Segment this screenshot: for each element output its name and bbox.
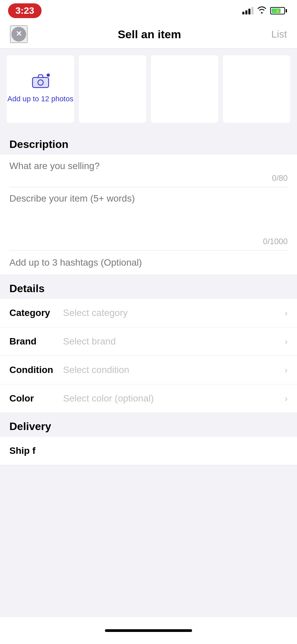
add-photo-button[interactable]: Add up to 12 photos — [7, 55, 74, 123]
page-title: Sell an item — [118, 28, 181, 41]
photo-cell-4[interactable] — [223, 55, 290, 123]
condition-value: Select condition — [63, 365, 285, 375]
category-value: Select category — [63, 308, 285, 318]
title-form-section: 0/80 0/1000 — [0, 155, 297, 275]
photo-cell-3[interactable] — [151, 55, 218, 123]
delivery-section-header: Delivery — [0, 413, 297, 437]
description-label: Description — [9, 138, 68, 150]
svg-rect-0 — [33, 77, 49, 88]
status-bar: 3:23 ⚡ — [0, 0, 297, 20]
home-indicator — [105, 629, 192, 632]
color-chevron-icon: › — [285, 393, 288, 404]
details-label: Details — [9, 282, 45, 294]
signal-icon — [242, 7, 253, 14]
close-icon: ✕ — [16, 30, 22, 38]
title-field-wrap — [0, 155, 297, 171]
close-button[interactable]: ✕ — [10, 25, 27, 43]
nav-bar: ✕ Sell an item List — [0, 20, 297, 49]
add-photo-label: Add up to 12 photos — [7, 94, 73, 104]
condition-row[interactable]: Condition Select condition › — [0, 356, 297, 384]
body-input[interactable] — [9, 193, 288, 233]
color-value: Select color (optional) — [63, 393, 285, 404]
hashtag-input[interactable] — [9, 257, 288, 268]
photo-grid: Add up to 12 photos — [7, 55, 290, 123]
bottom-bar — [0, 617, 297, 644]
body-field-wrap — [0, 187, 297, 235]
body-char-count: 0/1000 — [0, 235, 297, 246]
condition-chevron-icon: › — [285, 365, 288, 375]
color-row[interactable]: Color Select color (optional) › — [0, 384, 297, 413]
photo-cell-2[interactable] — [79, 55, 146, 123]
wifi-icon — [257, 6, 267, 15]
brand-chevron-icon: › — [285, 336, 288, 347]
category-label: Category — [9, 308, 63, 318]
title-input[interactable] — [9, 161, 288, 171]
status-time: 3:23 — [8, 3, 42, 18]
status-icons: ⚡ — [242, 6, 287, 15]
condition-label: Condition — [9, 365, 63, 375]
details-rows: Category Select category › Brand Select … — [0, 299, 297, 413]
category-row[interactable]: Category Select category › — [0, 299, 297, 327]
list-button[interactable]: List — [271, 29, 287, 40]
details-section-header: Details — [0, 275, 297, 299]
description-section-header: Description — [0, 131, 297, 155]
camera-icon — [32, 74, 49, 90]
battery-icon: ⚡ — [270, 7, 287, 14]
ship-row[interactable]: Ship f — [0, 437, 297, 465]
photo-section: Add up to 12 photos — [0, 49, 297, 131]
brand-value: Select brand — [63, 336, 285, 347]
hashtag-field-wrap — [0, 251, 297, 275]
ship-label: Ship f — [9, 445, 36, 456]
brand-row[interactable]: Brand Select brand › — [0, 327, 297, 356]
camera-dot — [46, 73, 51, 77]
category-chevron-icon: › — [285, 308, 288, 318]
title-char-count: 0/80 — [0, 171, 297, 183]
color-label: Color — [9, 393, 63, 404]
brand-label: Brand — [9, 336, 63, 347]
delivery-label: Delivery — [9, 420, 51, 432]
